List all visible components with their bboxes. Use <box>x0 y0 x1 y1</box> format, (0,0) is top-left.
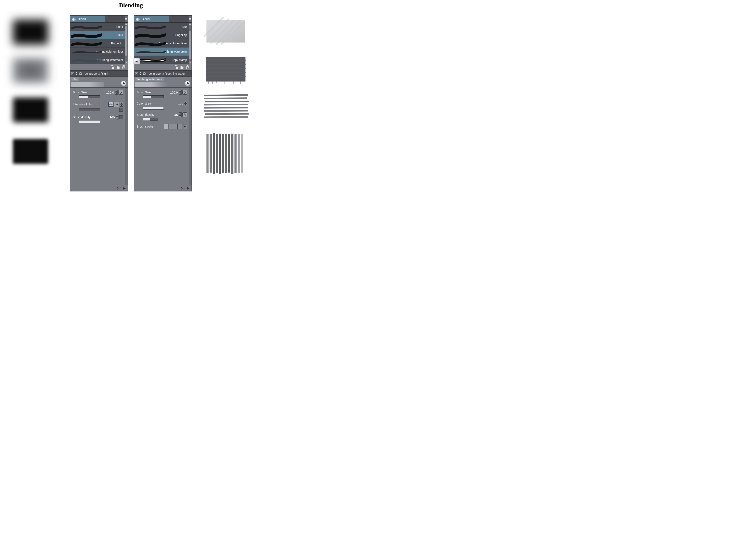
prop-label: Brush density <box>73 115 91 119</box>
wrench-icon[interactable] <box>186 186 190 190</box>
delete-brush-icon[interactable] <box>185 65 190 70</box>
expand-panel-icon[interactable] <box>71 72 74 75</box>
intensity-option-1[interactable] <box>108 102 113 107</box>
prop-value[interactable]: 100 <box>178 102 183 105</box>
brush-item[interactable]: Blur <box>70 31 125 39</box>
brush-item[interactable]: Soothing watercolor <box>70 56 125 64</box>
spinner-up-icon[interactable] <box>115 115 119 117</box>
slider[interactable] <box>143 96 164 98</box>
tool-detail-button[interactable] <box>121 81 126 86</box>
tab-blend[interactable]: Blend <box>134 16 169 22</box>
reset-icon[interactable] <box>181 186 185 190</box>
svg-rect-70 <box>189 19 191 19</box>
property-scrollbar[interactable] <box>189 87 191 185</box>
brush-item[interactable]: Blur <box>134 23 189 31</box>
scroll-up-icon[interactable] <box>125 23 128 26</box>
scrollbar[interactable] <box>125 23 128 64</box>
brush-item-label: Blur <box>182 25 187 28</box>
stroke-option[interactable] <box>169 124 173 129</box>
panel-blur: Blend BlendBlurFinger tipRunning color o… <box>70 15 128 191</box>
slider[interactable] <box>143 107 164 109</box>
prop-intensity-of-blur: Intensity of blur <box>71 101 127 112</box>
value-spinner[interactable] <box>115 115 119 119</box>
brush-stroke-preview <box>135 32 166 38</box>
brush-item-label: Finger tip <box>111 42 123 45</box>
stroke-option[interactable] <box>178 124 182 129</box>
paste-brush-icon[interactable] <box>174 65 179 70</box>
expand-panel-icon[interactable] <box>135 72 138 75</box>
svg-line-59 <box>79 74 80 75</box>
scroll-down-icon[interactable] <box>125 61 128 64</box>
pen-pressure-button[interactable] <box>182 90 187 95</box>
prop-value[interactable]: 100 <box>109 115 115 119</box>
stamp-badge-icon <box>133 58 140 64</box>
new-brush-icon[interactable] <box>115 65 121 70</box>
tabstrip-menu-icon[interactable] <box>125 16 128 22</box>
scroll-up-icon[interactable] <box>189 23 191 26</box>
tabstrip-menu-icon[interactable] <box>189 16 191 22</box>
scroll-down-icon[interactable] <box>189 61 191 64</box>
svg-line-89 <box>144 73 144 73</box>
new-brush-icon[interactable] <box>179 65 184 70</box>
property-scrollbar[interactable] <box>125 87 128 185</box>
brush-item[interactable]: Running color on fiber <box>134 39 189 48</box>
prop-label: Brush Size <box>73 91 87 94</box>
gear-icon[interactable] <box>79 72 82 75</box>
brush-item[interactable]: Soothing watercolor <box>134 48 189 56</box>
slider[interactable] <box>79 120 100 123</box>
gear-icon[interactable] <box>143 72 146 75</box>
wrench-icon[interactable] <box>122 186 126 190</box>
svg-point-52 <box>80 73 81 74</box>
reset-icon[interactable] <box>117 186 121 190</box>
delete-brush-icon[interactable] <box>121 65 126 70</box>
panel-footer <box>134 185 191 191</box>
stroke-option[interactable] <box>164 124 169 129</box>
prop-brush-density: Brush density 45 <box>135 112 191 122</box>
value-spinner[interactable] <box>184 101 187 106</box>
spinner-down-icon[interactable] <box>120 104 123 107</box>
tab-blend[interactable]: Blend <box>70 16 105 22</box>
spinner-down-icon[interactable] <box>115 92 118 95</box>
stroke-more-icon[interactable] <box>183 124 187 129</box>
tool-detail-button[interactable] <box>185 81 190 86</box>
slider[interactable] <box>79 96 100 98</box>
slider[interactable] <box>143 118 157 121</box>
stroke-option[interactable] <box>173 124 178 129</box>
spinner-down-icon[interactable] <box>179 115 182 117</box>
spinner-up-icon[interactable] <box>179 90 182 92</box>
pen-pressure-button[interactable] <box>119 90 123 95</box>
slider[interactable] <box>79 108 100 111</box>
spinner-up-icon[interactable] <box>179 112 182 115</box>
extra-option-toggle[interactable] <box>119 108 123 112</box>
page-title: Blending <box>0 2 262 9</box>
svg-rect-43 <box>112 67 114 69</box>
svg-point-67 <box>118 189 118 189</box>
intensity-options[interactable] <box>108 102 119 107</box>
brush-item[interactable]: Finger tip <box>134 31 189 39</box>
scrollbar[interactable] <box>189 23 191 64</box>
stroke-options[interactable] <box>164 124 182 129</box>
brush-item[interactable]: Copy stamp <box>134 56 189 64</box>
spinner-up-icon[interactable] <box>184 101 187 104</box>
spinner-up-icon[interactable] <box>120 102 123 104</box>
value-spinner[interactable] <box>115 90 118 95</box>
intensity-option-2[interactable] <box>114 102 119 107</box>
spinner-down-icon[interactable] <box>179 92 182 95</box>
brush-item[interactable]: Blend <box>70 23 125 31</box>
spinner-down-icon[interactable] <box>115 117 119 119</box>
extra-option-toggle[interactable] <box>119 115 123 119</box>
value-spinner[interactable] <box>179 90 182 95</box>
paste-brush-icon[interactable] <box>110 65 115 70</box>
prop-value[interactable]: 45 <box>174 113 178 116</box>
spinner-up-icon[interactable] <box>115 90 118 92</box>
value-spinner[interactable] <box>120 102 123 107</box>
brush-item[interactable]: Finger tip <box>70 39 125 48</box>
pen-pressure-button[interactable] <box>182 112 187 117</box>
value-spinner[interactable] <box>179 112 182 117</box>
prop-value[interactable]: 100.0 <box>170 91 178 94</box>
brush-item[interactable]: Running color on fiber <box>70 48 125 56</box>
sample-paint-1 <box>204 17 248 46</box>
spinner-down-icon[interactable] <box>184 104 187 106</box>
tab-label: Blend <box>142 17 150 21</box>
prop-value[interactable]: 120.0 <box>106 91 114 94</box>
